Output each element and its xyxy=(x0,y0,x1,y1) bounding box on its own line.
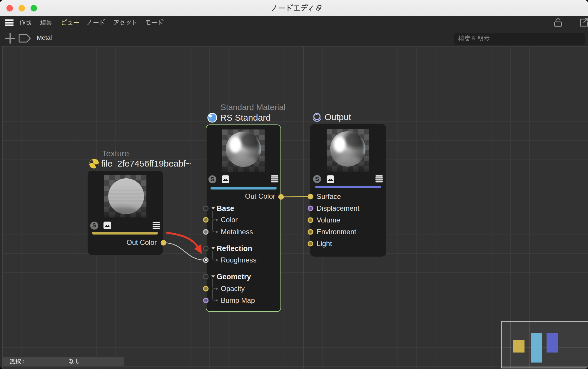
svg-text::: : xyxy=(22,358,24,364)
svg-text:&: & xyxy=(472,35,476,41)
